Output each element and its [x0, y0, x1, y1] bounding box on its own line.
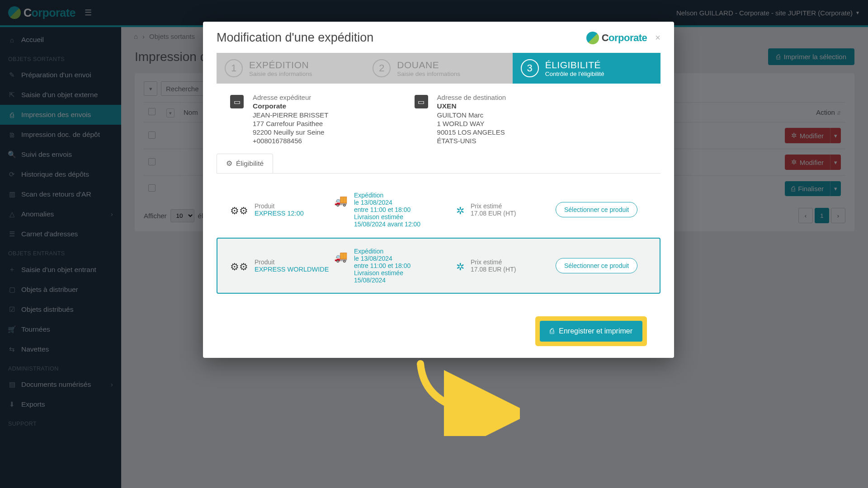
close-icon[interactable]: ×	[655, 33, 660, 43]
modal-logo: Corporate	[578, 32, 647, 44]
step-expedition[interactable]: 1 EXPÉDITIONSaisie des informations	[217, 53, 364, 84]
wizard-steps: 1 EXPÉDITIONSaisie des informations 2 DO…	[217, 53, 660, 84]
select-product-button[interactable]: Sélectionner ce produit	[556, 258, 637, 273]
gears-icon: ⚙	[226, 160, 232, 168]
step-douane[interactable]: 2 DOUANESaisie des informations	[364, 53, 512, 84]
print-icon: ⎙	[550, 327, 554, 335]
product-option[interactable]: ⚙⚙ ProduitEXPRESS 12:00 🚚 Expéditionle 1…	[217, 182, 660, 238]
step-eligibilite[interactable]: 3 ÉLIGIBILITÉContrôle de l'éligibilité	[513, 53, 660, 84]
gear-icon: ✲	[456, 205, 464, 217]
id-card-icon: ▭	[415, 95, 428, 108]
sender-address: ▭ Adresse expéditeur Corporate JEAN-PIER…	[230, 94, 329, 145]
logo-mark-icon	[586, 32, 599, 44]
destination-address: ▭ Adresse de destination UXEN GUILTON Ma…	[415, 94, 506, 145]
gears-icon: ⚙⚙	[230, 261, 248, 273]
truck-icon: 🚚	[334, 250, 348, 263]
save-print-button[interactable]: ⎙ Enregistrer et imprimer	[540, 321, 642, 342]
modal-edit-shipment: Modification d'une expédition Corporate …	[203, 22, 674, 358]
id-card-icon: ▭	[230, 95, 244, 108]
truck-icon: 🚚	[334, 194, 348, 207]
modal-title: Modification d'une expédition	[217, 31, 373, 45]
gears-icon: ⚙⚙	[230, 205, 248, 217]
select-product-button[interactable]: Sélectionner ce produit	[556, 202, 637, 217]
gear-icon: ✲	[456, 261, 464, 273]
highlight-annotation: ⎙ Enregistrer et imprimer	[535, 316, 647, 346]
product-option[interactable]: ⚙⚙ ProduitEXPRESS WORLDWIDE 🚚 Expédition…	[217, 238, 660, 294]
tab-eligibilite[interactable]: ⚙ Éligibilité	[217, 154, 273, 173]
